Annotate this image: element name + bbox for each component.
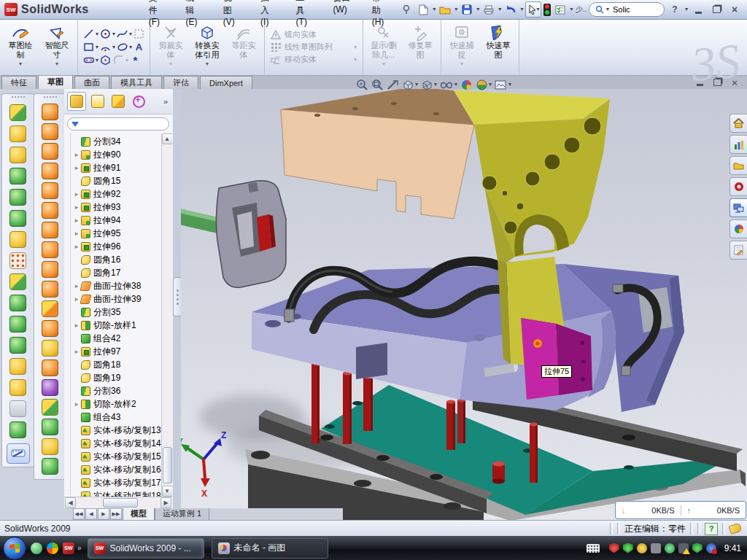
surface-tool-button[interactable] bbox=[42, 397, 59, 417]
tab-dimxpertmanager[interactable] bbox=[130, 93, 147, 110]
rectangle-tool-icon[interactable] bbox=[82, 41, 95, 53]
locating-pin-part[interactable] bbox=[492, 462, 505, 484]
tab-featuremanager-tree[interactable] bbox=[67, 92, 86, 111]
tray-icon[interactable] bbox=[609, 543, 619, 553]
ellipse-dropdown-icon[interactable]: ▾ bbox=[129, 44, 132, 50]
tree-item[interactable]: 拉伸93 bbox=[72, 201, 161, 214]
tab-design-library[interactable] bbox=[729, 156, 747, 175]
tray-icon[interactable] bbox=[665, 543, 675, 553]
undo-icon[interactable] bbox=[503, 3, 518, 16]
ribbon-tab[interactable]: DimXpert bbox=[200, 76, 252, 89]
feature-tool-button[interactable] bbox=[9, 356, 27, 377]
surface-tool-button[interactable] bbox=[42, 161, 59, 181]
ribbon-tab[interactable]: 草图 bbox=[38, 74, 73, 89]
tree-item[interactable]: 组合42 bbox=[72, 332, 161, 345]
arc-dropdown-icon[interactable]: ▾ bbox=[112, 44, 115, 50]
expand-arrow-icon[interactable] bbox=[72, 203, 81, 211]
surface-tool-button[interactable] bbox=[42, 338, 59, 358]
taskbar-item-paint[interactable]: 未命名 - 画图 bbox=[212, 538, 328, 559]
sketch-fillet-icon[interactable] bbox=[112, 54, 125, 66]
circle-dropdown-icon[interactable]: ▾ bbox=[112, 31, 115, 37]
surface-tool-button[interactable] bbox=[42, 456, 59, 476]
nozzle-clamp-part[interactable] bbox=[181, 181, 286, 287]
edit-appearance-button[interactable] bbox=[460, 79, 473, 91]
tree-item[interactable]: 实体-移动/复制18 bbox=[72, 489, 161, 497]
help-dropdown-icon[interactable]: ▾ bbox=[685, 7, 688, 12]
expand-arrow-icon[interactable] bbox=[72, 164, 81, 171]
tree-item[interactable]: 分割34 bbox=[72, 135, 161, 148]
fillet-dropdown-icon[interactable]: ▾ bbox=[125, 58, 128, 63]
surface-tool-button[interactable] bbox=[42, 299, 59, 319]
tree-item[interactable]: 切除-放样1 bbox=[72, 319, 161, 332]
media-quicklaunch-icon[interactable] bbox=[47, 542, 58, 554]
expand-arrow-icon[interactable] bbox=[72, 322, 81, 329]
tree-item[interactable]: 拉伸90 bbox=[72, 148, 161, 161]
slot-tool-icon[interactable] bbox=[82, 54, 95, 66]
print-dropdown-icon[interactable]: ▾ bbox=[498, 7, 501, 12]
save-icon[interactable] bbox=[460, 3, 474, 16]
help-button[interactable]: ? bbox=[667, 3, 683, 16]
tab-custom-properties[interactable] bbox=[729, 241, 747, 260]
tree-item[interactable]: 拉伸92 bbox=[72, 187, 161, 201]
circle-tool-icon[interactable] bbox=[99, 28, 112, 40]
prev-tab-icon[interactable]: ◀ bbox=[85, 508, 97, 520]
ribbon-tab[interactable]: 曲面 bbox=[74, 76, 109, 89]
menu-item[interactable]: 工具(T) bbox=[286, 0, 323, 30]
close-button[interactable]: × bbox=[727, 3, 743, 16]
tree-vertical-scrollbar[interactable]: ▲ ▼ bbox=[161, 133, 172, 497]
quick-tips-button[interactable]: ? bbox=[705, 523, 718, 535]
select-tool-button[interactable]: ▾ bbox=[525, 1, 541, 18]
feature-tool-button[interactable] bbox=[9, 123, 27, 144]
ellipse-tool-icon[interactable] bbox=[116, 41, 128, 53]
feature-tool-button[interactable] bbox=[9, 166, 27, 187]
tree-item[interactable]: 圆角18 bbox=[72, 358, 161, 371]
spline-dropdown-icon[interactable]: ▾ bbox=[129, 31, 132, 37]
surface-tool-button[interactable] bbox=[42, 437, 59, 456]
options-list-icon[interactable] bbox=[553, 3, 568, 16]
toolbar-grip[interactable] bbox=[44, 96, 57, 101]
surface-tool-button[interactable] bbox=[42, 417, 59, 437]
ribbon-tab[interactable]: 模具工具 bbox=[111, 76, 162, 89]
tab-configurationmanager[interactable] bbox=[109, 93, 127, 110]
doc-restore-icon[interactable] bbox=[711, 77, 724, 88]
menu-item[interactable]: 插入(I) bbox=[250, 0, 286, 30]
surface-tool-button[interactable] bbox=[42, 141, 59, 161]
tree-item[interactable]: 曲面-拉伸38 bbox=[72, 279, 161, 292]
undo-dropdown-icon[interactable]: ▾ bbox=[520, 7, 523, 12]
line-dropdown-icon[interactable]: ▾ bbox=[96, 31, 98, 37]
tree-item[interactable]: 实体-移动/复制15 bbox=[72, 450, 161, 463]
expand-arrow-icon[interactable] bbox=[72, 230, 81, 237]
ribbon-tab[interactable]: 特征 bbox=[1, 76, 36, 89]
tree-item[interactable]: 拉伸96 bbox=[72, 240, 161, 253]
tray-icon[interactable] bbox=[692, 543, 703, 553]
expand-arrow-icon[interactable] bbox=[72, 217, 81, 224]
3d-model-view[interactable]: Y Z X bbox=[181, 89, 747, 520]
tray-icon[interactable] bbox=[637, 543, 647, 553]
menu-item[interactable]: 视图(V) bbox=[213, 0, 250, 30]
menu-item[interactable]: 窗口(W) bbox=[322, 0, 361, 30]
tray-icon[interactable] bbox=[623, 543, 633, 553]
zoom-area-button[interactable] bbox=[371, 79, 384, 91]
display-style-button[interactable]: ▾ bbox=[421, 79, 437, 91]
input-method-icon[interactable] bbox=[587, 544, 600, 553]
repair-sketch-button[interactable]: 修复草图 bbox=[403, 22, 438, 73]
rectangle-dropdown-icon[interactable]: ▾ bbox=[96, 44, 98, 50]
tree-item[interactable]: 实体-移动/复制16 bbox=[72, 463, 161, 476]
last-tab-icon[interactable]: ▶▶ bbox=[110, 508, 122, 520]
tray-icon[interactable] bbox=[678, 543, 689, 553]
tree-item[interactable]: 切除-放样2 bbox=[72, 397, 161, 411]
tab-propertymanager[interactable] bbox=[89, 93, 107, 110]
save-dropdown-icon[interactable]: ▾ bbox=[476, 7, 479, 12]
arc-tool-icon[interactable] bbox=[99, 41, 112, 53]
quick-snaps-button[interactable]: 快速捕捉 ▾ bbox=[444, 22, 479, 73]
surface-tool-button[interactable] bbox=[42, 201, 59, 220]
surface-tool-button[interactable] bbox=[42, 319, 59, 338]
surface-tool-button[interactable] bbox=[42, 378, 59, 397]
tree-item[interactable]: 分割35 bbox=[72, 306, 161, 319]
tree-item[interactable]: 拉伸91 bbox=[72, 161, 161, 174]
open-folder-icon[interactable] bbox=[438, 3, 452, 16]
tab-resources[interactable] bbox=[729, 135, 747, 154]
hide-show-items-button[interactable]: ▾ bbox=[440, 79, 457, 90]
tree-item[interactable]: 曲面-拉伸39 bbox=[72, 292, 161, 306]
open-dropdown-icon[interactable]: ▾ bbox=[454, 7, 457, 12]
